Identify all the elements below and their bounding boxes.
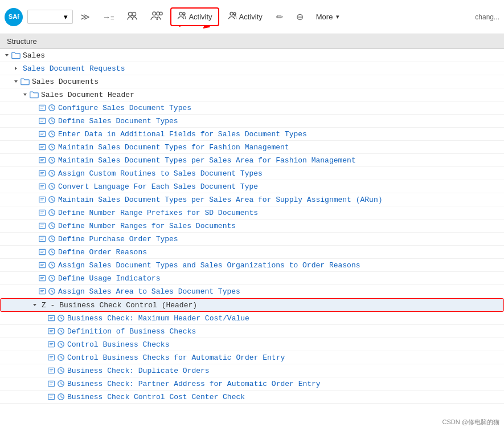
- item-icon: [39, 182, 47, 190]
- more-button[interactable]: More ▾: [311, 9, 345, 25]
- tree-row[interactable]: Control Business Checks for Automatic Or…: [0, 351, 504, 364]
- edit-button[interactable]: ✏: [271, 9, 289, 26]
- group-button-2[interactable]: [145, 7, 168, 26]
- node-label: Control Business Checks: [67, 340, 169, 349]
- node-label: Convert Language For Each Sales Document…: [58, 182, 258, 191]
- clock-icon: [57, 393, 65, 401]
- tree-row[interactable]: Define Number Range Prefixes for SD Docu…: [0, 206, 504, 219]
- expand-icon[interactable]: [2, 51, 11, 60]
- activity-button-2[interactable]: Activity: [222, 8, 269, 26]
- svg-rect-106: [48, 328, 55, 334]
- node-icons: [39, 156, 56, 164]
- activity1-icon: [177, 11, 186, 22]
- svg-rect-136: [48, 394, 55, 399]
- tree-row[interactable]: Business Check: Maximum Header Cost/Valu…: [0, 312, 504, 325]
- tree-row[interactable]: Maintain Sales Document Types per Sales …: [0, 193, 504, 206]
- item-icon: [48, 314, 56, 322]
- tree-row[interactable]: Maintain Sales Document Types for Fashio…: [0, 141, 504, 154]
- clock-icon: [57, 380, 65, 388]
- tree-row[interactable]: Business Check: Partner Address for Auto…: [0, 377, 504, 391]
- tree-row[interactable]: Define Usage Indicators: [0, 272, 504, 285]
- tree-row[interactable]: Assign Custom Routines to Sales Document…: [0, 167, 504, 180]
- tree-row[interactable]: Assign Sales Area to Sales Document Type…: [0, 285, 504, 298]
- clock-icon: [57, 353, 65, 361]
- node-icons: [21, 78, 30, 86]
- node-icons: [39, 104, 56, 112]
- expand-icon[interactable]: [11, 77, 21, 86]
- svg-line-51: [52, 186, 54, 188]
- expand-icon: [30, 156, 39, 165]
- node-icons: [48, 393, 65, 401]
- node-icons: [48, 314, 65, 322]
- expand-icon: [30, 274, 39, 283]
- expand-all-button[interactable]: ≫: [75, 8, 95, 26]
- svg-rect-52: [39, 197, 46, 202]
- activity-button-1[interactable]: Activity: [170, 7, 219, 26]
- toolbar: SAP ▾ ≫ →≡: [0, 0, 504, 34]
- tree-row[interactable]: Definition of Business Checks: [0, 325, 504, 338]
- svg-line-81: [52, 252, 54, 253]
- tree-row[interactable]: Define Order Reasons: [0, 246, 504, 259]
- svg-line-117: [61, 344, 63, 345]
- tree-row[interactable]: Configure Sales Document Types: [0, 101, 504, 115]
- tree-row[interactable]: Sales Document Requests: [0, 62, 504, 75]
- tree-row[interactable]: Define Sales Document Types: [0, 115, 504, 128]
- expand-icon: [30, 208, 39, 217]
- tree-row[interactable]: Define Purchase Order Types: [0, 233, 504, 246]
- group2-icon: [150, 11, 163, 23]
- svg-point-2: [132, 12, 136, 16]
- clock-icon: [48, 196, 56, 204]
- clock-icon: [48, 235, 56, 243]
- clock-icon: [48, 156, 56, 164]
- tree-row[interactable]: Control Business Checks: [0, 338, 504, 351]
- structure-header: Structure: [0, 34, 504, 49]
- node-icons: [48, 353, 65, 361]
- move-right-button[interactable]: →≡: [97, 9, 119, 25]
- tree-row[interactable]: Business Check Control Cost Center Check: [0, 391, 504, 404]
- tree-row[interactable]: Sales: [0, 49, 504, 62]
- svg-line-93: [52, 278, 54, 279]
- expand-icon[interactable]: [21, 90, 30, 99]
- svg-text:SAP: SAP: [9, 13, 19, 20]
- svg-rect-22: [39, 131, 46, 136]
- expand-icon: [30, 116, 39, 125]
- tree-row[interactable]: Define Number Ranges for Sales Documents: [0, 219, 504, 233]
- group1-icon: [126, 11, 138, 23]
- node-label: Sales Documents: [32, 78, 99, 86]
- tree-row[interactable]: Assign Sales Document Types and Sales Or…: [0, 259, 504, 272]
- node-label: Business Check: Maximum Header Cost/Valu…: [67, 314, 249, 323]
- svg-rect-64: [39, 223, 46, 228]
- tree-row[interactable]: Sales Document Header: [0, 88, 504, 101]
- tree-row[interactable]: Maintain Sales Document Types per Sales …: [0, 154, 504, 167]
- node-label: Configure Sales Document Types: [58, 104, 191, 112]
- tree-row[interactable]: Business Check: Duplicate Orders: [0, 364, 504, 377]
- node-label: Definition of Business Checks: [67, 327, 196, 336]
- tree-row[interactable]: Sales Documents: [0, 75, 504, 88]
- svg-rect-10: [39, 105, 46, 110]
- node-icons: [30, 91, 39, 99]
- tree-row[interactable]: Enter Data in Additional Fields for Sale…: [0, 128, 504, 141]
- clock-icon: [48, 130, 56, 138]
- circle-minus-button[interactable]: ⊖: [291, 8, 309, 26]
- node-label: Business Check: Duplicate Orders: [67, 367, 210, 375]
- expand-icon: [30, 287, 39, 296]
- clock-icon: [48, 274, 56, 282]
- svg-line-87: [52, 265, 54, 266]
- toolbar-dropdown[interactable]: ▾: [27, 10, 73, 24]
- node-label: Maintain Sales Document Types for Fashio…: [58, 143, 289, 152]
- node-label: Business Check: Partner Address for Auto…: [67, 380, 321, 388]
- svg-point-6: [179, 12, 182, 15]
- svg-rect-100: [48, 315, 55, 320]
- expand-icon[interactable]: [30, 300, 39, 310]
- svg-rect-82: [39, 262, 46, 267]
- clock-icon: [48, 104, 56, 112]
- tree-row[interactable]: Z - Business Check Control (Header): [0, 298, 504, 312]
- item-icon: [48, 367, 56, 375]
- item-icon: [39, 104, 47, 112]
- svg-rect-76: [39, 249, 46, 254]
- move-right-icon: →≡: [103, 13, 114, 22]
- group-button-1[interactable]: [121, 7, 143, 26]
- expand-icon[interactable]: [11, 64, 21, 73]
- node-icons: [39, 209, 56, 217]
- tree-row[interactable]: Convert Language For Each Sales Document…: [0, 180, 504, 193]
